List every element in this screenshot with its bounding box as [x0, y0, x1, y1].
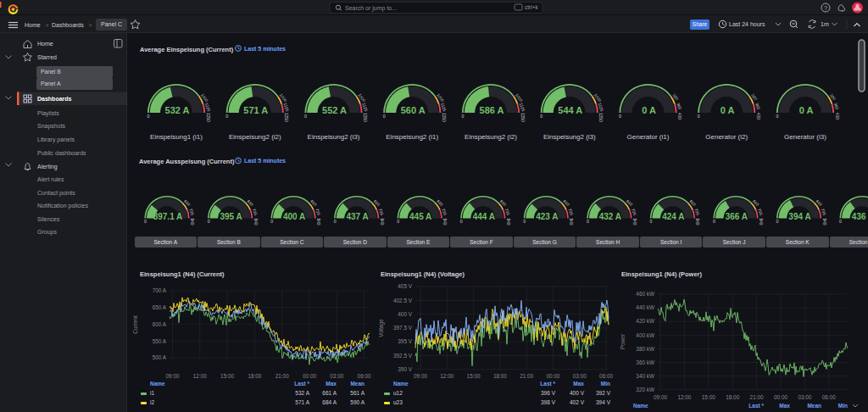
svg-text:1125: 1125 — [204, 103, 211, 113]
svg-text:400: 400 — [835, 113, 839, 120]
svg-text:06:00: 06:00 — [822, 394, 836, 400]
svg-text:0: 0 — [698, 114, 700, 119]
svg-text:Einspeisung2 (i3): Einspeisung2 (i3) — [308, 133, 360, 141]
svg-text:12:00: 12:00 — [677, 394, 691, 400]
svg-text:400 V: 400 V — [398, 311, 412, 317]
svg-text:360 kW: 360 kW — [636, 359, 655, 365]
svg-text:21:00: 21:00 — [750, 394, 764, 400]
svg-text:366 A: 366 A — [726, 212, 748, 221]
svg-text:Voltage: Voltage — [378, 319, 385, 337]
svg-text:840: 840 — [190, 219, 194, 225]
svg-text:Generator (i1): Generator (i1) — [627, 133, 670, 141]
svg-text:0: 0 — [523, 219, 526, 224]
svg-text:840: 840 — [442, 219, 447, 225]
svg-text:0: 0 — [649, 219, 652, 224]
svg-text:?: ? — [824, 4, 827, 12]
svg-text:0: 0 — [304, 114, 307, 119]
svg-text:ctrl+k: ctrl+k — [525, 4, 538, 10]
svg-text:1250: 1250 — [442, 113, 446, 122]
svg-text:544 A: 544 A — [558, 105, 582, 115]
svg-text:840: 840 — [759, 219, 763, 225]
svg-text:840: 840 — [506, 219, 510, 225]
svg-text:840: 840 — [822, 219, 826, 225]
svg-text:0: 0 — [776, 114, 779, 119]
svg-text:1125: 1125 — [283, 103, 290, 113]
svg-text:18:00: 18:00 — [493, 373, 507, 379]
svg-text:0: 0 — [587, 219, 589, 224]
svg-text:1125: 1125 — [361, 103, 368, 113]
svg-text:0: 0 — [397, 219, 399, 224]
svg-text:380 kW: 380 kW — [636, 346, 655, 352]
svg-text:0 A: 0 A — [799, 105, 814, 115]
svg-text:400: 400 — [756, 113, 760, 120]
svg-text:550 A: 550 A — [153, 338, 167, 344]
svg-text:400 kW: 400 kW — [636, 332, 655, 338]
svg-text:06:00: 06:00 — [599, 373, 613, 379]
svg-text:15:00: 15:00 — [702, 394, 715, 400]
svg-text:840: 840 — [253, 219, 258, 225]
svg-text:0: 0 — [208, 219, 210, 224]
svg-text:Einspeisung2 (i1): Einspeisung2 (i1) — [386, 133, 438, 141]
svg-text:436 A: 436 A — [852, 212, 868, 221]
svg-text:1250: 1250 — [520, 113, 525, 122]
svg-text:1125: 1125 — [598, 103, 604, 113]
svg-text:09:00: 09:00 — [654, 394, 667, 400]
svg-text:09:00: 09:00 — [166, 373, 180, 379]
svg-text:437 A: 437 A — [346, 212, 368, 221]
svg-text:532 A: 532 A — [165, 105, 190, 115]
svg-text:405 V: 405 V — [398, 283, 412, 289]
svg-text:03:00: 03:00 — [330, 373, 343, 379]
svg-text:432 A: 432 A — [599, 212, 621, 221]
svg-text:0: 0 — [225, 114, 228, 119]
svg-text:>: > — [46, 22, 49, 28]
svg-text:424 A: 424 A — [662, 212, 684, 221]
svg-text:840: 840 — [380, 219, 384, 225]
svg-text:397.5 V: 397.5 V — [393, 325, 413, 331]
svg-text:0: 0 — [270, 219, 273, 224]
svg-text:0: 0 — [619, 114, 621, 119]
svg-text:840: 840 — [632, 219, 637, 225]
svg-text:444 A: 444 A — [473, 212, 495, 221]
svg-text:Einspeisung2 (i3): Einspeisung2 (i3) — [543, 133, 596, 141]
svg-text:360: 360 — [833, 103, 839, 110]
svg-text:402.5 V: 402.5 V — [393, 298, 413, 303]
svg-text:560 A: 560 A — [401, 105, 426, 115]
svg-text:09:00: 09:00 — [414, 373, 427, 379]
svg-text:571 A: 571 A — [243, 105, 268, 115]
svg-text:0 A: 0 A — [721, 105, 735, 115]
svg-text:0: 0 — [147, 114, 150, 119]
svg-text:18:00: 18:00 — [726, 394, 739, 400]
svg-text:360: 360 — [676, 103, 682, 110]
svg-text:0: 0 — [713, 219, 715, 224]
svg-text:0: 0 — [144, 219, 147, 224]
svg-text:21:00: 21:00 — [520, 373, 533, 379]
svg-text:445 A: 445 A — [409, 212, 431, 221]
svg-text:00:00: 00:00 — [547, 373, 560, 379]
svg-text:Current: Current — [132, 315, 138, 334]
svg-text:Einspeisung2 (i2): Einspeisung2 (i2) — [465, 133, 517, 141]
svg-text:00:00: 00:00 — [774, 394, 787, 400]
svg-text:840: 840 — [569, 219, 573, 225]
svg-text:21:00: 21:00 — [275, 373, 289, 379]
svg-text:840: 840 — [695, 219, 699, 225]
svg-text:1125: 1125 — [519, 103, 526, 113]
svg-text:Dashboards: Dashboards — [52, 22, 84, 28]
svg-text:586 A: 586 A — [480, 105, 504, 115]
svg-text:15:00: 15:00 — [220, 373, 234, 379]
svg-text:Power: Power — [620, 333, 626, 349]
svg-text:394 A: 394 A — [788, 212, 810, 221]
svg-text:>: > — [89, 22, 92, 28]
svg-text:440 kW: 440 kW — [636, 304, 655, 310]
svg-text:700 A: 700 A — [153, 287, 167, 293]
svg-text:Einspeisung2 (i2): Einspeisung2 (i2) — [229, 133, 281, 141]
svg-text:0: 0 — [334, 219, 337, 224]
svg-text:03:00: 03:00 — [573, 373, 587, 379]
svg-text:1125: 1125 — [440, 103, 447, 113]
svg-text:400 A: 400 A — [283, 212, 305, 221]
svg-text:395 A: 395 A — [220, 212, 242, 221]
svg-text:1250: 1250 — [206, 113, 210, 122]
svg-text:12:00: 12:00 — [193, 373, 207, 379]
svg-text:320 kW: 320 kW — [636, 387, 655, 393]
svg-text:400: 400 — [677, 113, 682, 120]
svg-text:0: 0 — [460, 219, 463, 224]
